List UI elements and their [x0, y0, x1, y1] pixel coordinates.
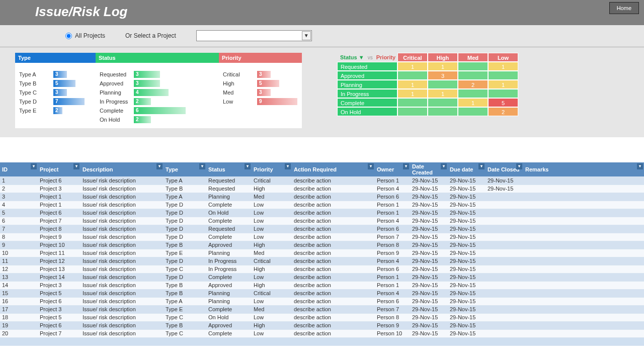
all-projects-radio-input[interactable] [65, 33, 72, 39]
bar-track: 3 [53, 71, 92, 78]
table-cell: Type B [164, 289, 206, 297]
table-cell: Issue/ risk description [80, 185, 164, 193]
bar-label: Complete [100, 108, 134, 114]
table-cell: 20 [0, 329, 38, 337]
table-row[interactable]: 5Project 6Issue/ risk descriptionType DO… [0, 209, 644, 217]
status-chart-header: Status [96, 53, 219, 63]
filter-dropdown-icon[interactable]: ▾ [368, 163, 374, 169]
table-row[interactable]: 1Project 6Issue/ risk descriptionType AR… [0, 176, 644, 185]
table-cell: Med [252, 193, 292, 201]
table-cell: describe action [292, 225, 375, 233]
table-cell: Person 1 [375, 201, 410, 209]
table-cell: On Hold [206, 209, 252, 217]
dropdown-arrow-icon[interactable]: ▼ [302, 31, 311, 40]
table-cell: 29-Nov-15 [410, 281, 448, 289]
table-header[interactable]: Remarks▾ [523, 162, 644, 176]
table-row[interactable]: 12Project 13Issue/ risk descriptionType … [0, 265, 644, 273]
table-row[interactable]: 11Project 12Issue/ risk descriptionType … [0, 257, 644, 265]
bar-label: Type C [19, 89, 53, 96]
table-row[interactable]: 6Project 7Issue/ risk descriptionType DC… [0, 217, 644, 225]
bar-fill: 6 [134, 107, 186, 114]
filter-dropdown-icon[interactable]: ▾ [31, 163, 37, 169]
table-header[interactable]: Action Required▾ [292, 162, 375, 176]
table-header[interactable]: Project▾ [38, 162, 80, 176]
filter-dropdown-icon[interactable]: ▾ [441, 163, 447, 169]
table-row[interactable]: 15Project 5Issue/ risk descriptionType B… [0, 289, 644, 297]
table-row[interactable]: 8Project 9Issue/ risk descriptionType DC… [0, 233, 644, 241]
table-row[interactable]: 17Project 3Issue/ risk descriptionType E… [0, 305, 644, 313]
matrix-cell [397, 98, 428, 107]
table-row[interactable]: 7Project 8Issue/ risk descriptionType DR… [0, 225, 644, 233]
table-cell: Project 6 [38, 321, 80, 329]
home-button[interactable]: Home [609, 2, 639, 14]
table-row[interactable]: 4Project 1Issue/ risk descriptionType DC… [0, 201, 644, 209]
table-cell: Person 7 [375, 233, 410, 241]
table-header[interactable]: Type▾ [164, 162, 206, 176]
table-cell: Complete [206, 217, 252, 225]
table-header[interactable]: Due date▾ [448, 162, 486, 176]
bar-label: Med [223, 89, 257, 96]
table-cell: 8 [0, 233, 38, 241]
table-row[interactable]: 10Project 11Issue/ risk descriptionType … [0, 249, 644, 257]
table-cell: describe action [292, 289, 375, 297]
table-cell: Person 7 [375, 305, 410, 313]
table-row[interactable]: 13Project 14Issue/ risk descriptionType … [0, 273, 644, 281]
table-cell [523, 233, 644, 241]
bar-value: 3 [259, 71, 262, 78]
table-cell: 29-Nov-15 [448, 201, 486, 209]
table-header[interactable]: Owner▾ [375, 162, 410, 176]
table-cell [523, 257, 644, 265]
table-cell: 29-Nov-15 [448, 233, 486, 241]
bar-fill: 2 [53, 107, 62, 114]
table-cell: 29-Nov-15 [448, 321, 486, 329]
bar-value: 2 [136, 98, 139, 105]
project-select[interactable]: ▼ [196, 30, 312, 41]
filter-dropdown-icon[interactable]: ▾ [516, 163, 522, 169]
table-cell: Type D [164, 217, 206, 225]
matrix-cell: 2 [458, 80, 488, 89]
table-row[interactable]: 3Project 1Issue/ risk descriptionType AP… [0, 193, 644, 201]
table-header[interactable]: Priority▾ [252, 162, 292, 176]
table-header[interactable]: Date Closed▾ [486, 162, 523, 176]
table-cell: Issue/ risk description [80, 297, 164, 305]
table-cell: 13 [0, 273, 38, 281]
matrix-cell [397, 107, 428, 116]
filter-dropdown-icon[interactable]: ▾ [403, 163, 409, 169]
table-cell: Issue/ risk description [80, 241, 164, 249]
table-header[interactable]: Status▾ [206, 162, 252, 176]
table-row[interactable]: 14Project 3Issue/ risk descriptionType B… [0, 281, 644, 289]
table-row[interactable]: 20Project 7Issue/ risk descriptionType C… [0, 329, 644, 337]
bar-track: 2 [134, 98, 215, 105]
matrix-cell: 1 [488, 62, 518, 71]
table-cell: Person 1 [375, 281, 410, 289]
table-row[interactable]: 16Project 6Issue/ risk descriptionType A… [0, 297, 644, 305]
filter-dropdown-icon[interactable]: ▾ [637, 163, 643, 169]
filter-dropdown-icon[interactable]: ▾ [156, 163, 163, 169]
filter-dropdown-icon[interactable]: ▾ [285, 163, 291, 169]
table-cell: Issue/ risk description [80, 329, 164, 337]
table-cell: 29-Nov-15 [410, 176, 448, 185]
filter-dropdown-icon[interactable]: ▾ [245, 163, 251, 169]
matrix-cell: 2 [488, 107, 518, 116]
table-cell: High [252, 321, 292, 329]
table-row[interactable]: 9Project 10Issue/ risk descriptionType B… [0, 241, 644, 249]
table-cell: In Progress [206, 265, 252, 273]
bar-row: On Hold2 [100, 115, 215, 124]
table-row[interactable]: 2Project 3Issue/ risk descriptionType BR… [0, 185, 644, 193]
table-row[interactable]: 18Project 5Issue/ risk descriptionType C… [0, 313, 644, 321]
table-row[interactable]: 19Project 6Issue/ risk descriptionType B… [0, 321, 644, 329]
matrix-cell: 1 [428, 62, 458, 71]
filter-dropdown-icon[interactable]: ▾ [73, 163, 79, 169]
bar-row: Med3 [223, 88, 298, 97]
filter-dropdown-icon[interactable]: ▾ [199, 163, 205, 169]
table-cell: Complete [206, 273, 252, 281]
table-header[interactable]: Description▾ [80, 162, 164, 176]
all-projects-radio[interactable]: All Projects [65, 32, 105, 39]
filter-dropdown-icon[interactable]: ▾ [478, 163, 485, 169]
table-cell: Issue/ risk description [80, 289, 164, 297]
matrix-cell: 5 [488, 98, 518, 107]
table-cell: Project 1 [38, 201, 80, 209]
table-header[interactable]: ID▾ [0, 162, 38, 176]
table-cell: Complete [206, 233, 252, 241]
table-header[interactable]: Date Created▾ [410, 162, 448, 176]
